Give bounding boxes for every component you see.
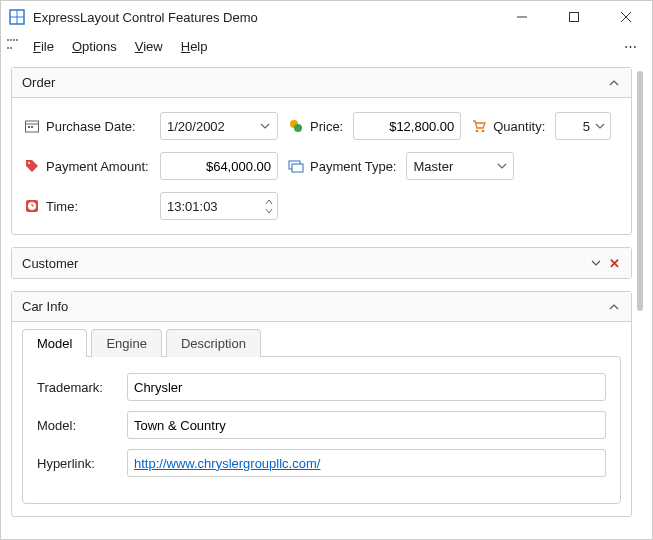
carinfo-panel-title: Car Info <box>22 299 605 314</box>
order-panel-title: Order <box>22 75 605 90</box>
chevron-down-icon <box>258 121 273 131</box>
hyperlink-label: Hyperlink: <box>37 456 117 471</box>
payment-type-select[interactable]: Master <box>406 152 514 180</box>
carinfo-panel-body: Model Engine Description Trademark: Mode… <box>12 328 631 504</box>
menubar: File Options View Help ⋯ <box>1 33 652 59</box>
tab-model[interactable]: Model <box>22 329 87 357</box>
quantity-label: Quantity: <box>471 118 545 134</box>
price-label: Price: <box>288 118 343 134</box>
svg-point-13 <box>476 130 479 133</box>
toolbar-grip[interactable] <box>7 39 19 53</box>
app-icon <box>9 9 25 25</box>
time-input[interactable]: 13:01:03 <box>160 192 278 220</box>
workspace: Order Purchase Date: 1/20/2002 Price: <box>1 59 652 539</box>
hyperlink-value[interactable]: http://www.chryslergroupllc.com/ <box>134 456 320 471</box>
payment-amount-label: Payment Amount: <box>24 158 150 174</box>
close-button[interactable] <box>604 3 648 31</box>
model-input[interactable] <box>127 411 606 439</box>
trademark-input[interactable] <box>127 373 606 401</box>
tab-engine[interactable]: Engine <box>91 329 161 357</box>
time-label: Time: <box>24 198 150 214</box>
chevron-down-icon <box>594 121 606 131</box>
order-panel-body: Purchase Date: 1/20/2002 Price: <box>12 98 631 234</box>
carinfo-tabs: Model Engine Description <box>22 328 621 356</box>
window-title: ExpressLayout Control Features Demo <box>33 10 492 25</box>
titlebar: ExpressLayout Control Features Demo <box>1 1 652 33</box>
svg-rect-17 <box>292 164 303 172</box>
order-panel: Order Purchase Date: 1/20/2002 Price: <box>11 67 632 235</box>
close-panel-icon[interactable]: ✕ <box>605 254 623 272</box>
svg-rect-10 <box>31 126 33 128</box>
carinfo-panel: Car Info Model Engine Description Tradem… <box>11 291 632 517</box>
menu-view[interactable]: View <box>127 36 171 57</box>
chevron-down-icon <box>494 161 509 171</box>
scroll-thumb[interactable] <box>637 71 643 311</box>
collapse-icon[interactable] <box>605 298 623 316</box>
customer-panel-header[interactable]: Customer ✕ <box>12 248 631 278</box>
card-icon <box>288 158 304 174</box>
model-label: Model: <box>37 418 117 433</box>
vertical-scrollbar[interactable] <box>632 67 648 531</box>
spinner-down-icon[interactable] <box>263 207 275 215</box>
purchase-date-label: Purchase Date: <box>24 118 150 134</box>
cart-icon <box>471 118 487 134</box>
order-panel-header[interactable]: Order <box>12 68 631 98</box>
customer-panel-title: Customer <box>22 256 587 271</box>
price-input[interactable] <box>353 112 461 140</box>
menu-overflow[interactable]: ⋯ <box>616 39 646 54</box>
payment-type-label: Payment Type: <box>288 158 396 174</box>
svg-rect-9 <box>28 126 30 128</box>
svg-point-15 <box>28 162 30 164</box>
expand-icon[interactable] <box>587 254 605 272</box>
menu-options[interactable]: Options <box>64 36 125 57</box>
menu-help[interactable]: Help <box>173 36 216 57</box>
svg-point-12 <box>294 124 302 132</box>
collapse-icon[interactable] <box>605 74 623 92</box>
payment-amount-input[interactable] <box>160 152 278 180</box>
tab-description[interactable]: Description <box>166 329 261 357</box>
purchase-date-input[interactable]: 1/20/2002 <box>160 112 278 140</box>
price-tag-icon <box>288 118 304 134</box>
time-spinner[interactable] <box>259 198 275 215</box>
minimize-button[interactable] <box>500 3 544 31</box>
svg-point-14 <box>482 130 485 133</box>
customer-panel: Customer ✕ <box>11 247 632 279</box>
menu-file[interactable]: File <box>25 36 62 57</box>
tab-pane-model: Trademark: Model: Hyperlink: http://www.… <box>22 356 621 504</box>
maximize-button[interactable] <box>552 3 596 31</box>
carinfo-panel-header[interactable]: Car Info <box>12 292 631 322</box>
trademark-label: Trademark: <box>37 380 117 395</box>
tag-icon <box>24 158 40 174</box>
hyperlink-input[interactable]: http://www.chryslergroupllc.com/ <box>127 449 606 477</box>
svg-rect-4 <box>570 13 579 22</box>
clock-icon <box>24 198 40 214</box>
spinner-up-icon[interactable] <box>263 198 275 206</box>
quantity-input[interactable]: 5 <box>555 112 611 140</box>
calendar-icon <box>24 118 40 134</box>
